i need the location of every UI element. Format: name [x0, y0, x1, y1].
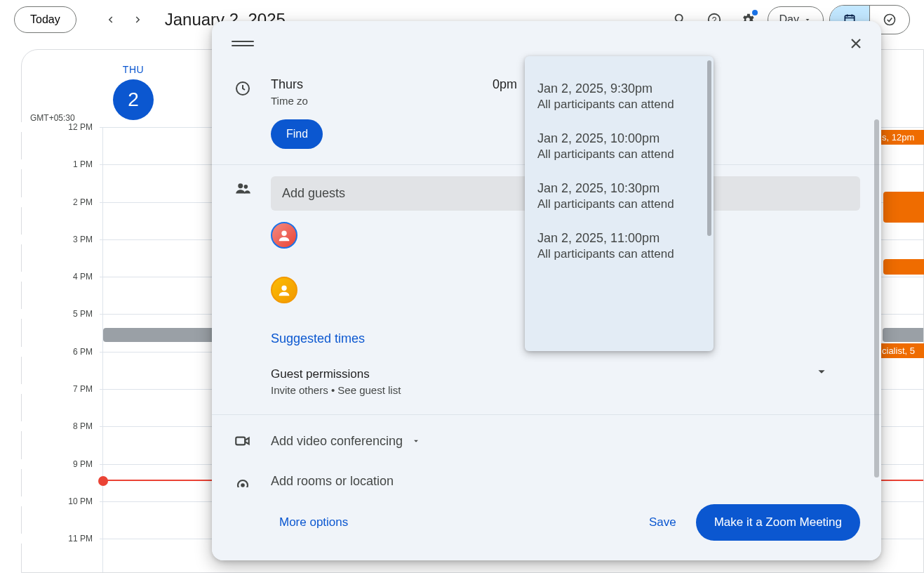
suggested-time-item[interactable]: Jan 2, 2025, 11:00pmAll participants can…: [525, 221, 714, 271]
nav-arrows: [96, 6, 152, 34]
tasks-icon: [883, 13, 897, 27]
guest-permissions-row[interactable]: Guest permissions Invite others • See gu…: [271, 346, 860, 396]
event-editor-modal: Thurs 0pm Time zo Find a time Add guests…: [212, 21, 881, 560]
prev-day-button[interactable]: [96, 6, 124, 34]
svg-rect-12: [236, 437, 245, 445]
suggested-time-sublabel: All participants can attend: [537, 147, 701, 162]
today-button[interactable]: Today: [14, 6, 76, 33]
video-icon-wrapper: [233, 432, 253, 450]
modal-top-bar: [212, 21, 881, 56]
event-block-orange-1[interactable]: s, 12pm: [878, 130, 924, 145]
svg-point-9: [244, 185, 248, 189]
video-section: Add video conferencing: [212, 415, 881, 467]
guest-permissions-title: Guest permissions: [271, 367, 401, 381]
time-label: 2 PM: [21, 197, 100, 207]
footer-right: Save Make it a Zoom Meeting: [649, 504, 860, 541]
next-day-button[interactable]: [124, 6, 152, 34]
find-time-button[interactable]: Find a time: [271, 119, 323, 149]
person-icon: [276, 282, 292, 298]
time-label: 3 PM: [21, 235, 100, 244]
time-label: 5 PM: [21, 309, 100, 319]
time-suffix: 0pm: [493, 77, 517, 91]
svg-point-10: [281, 231, 286, 236]
day-header: THU 2: [113, 64, 154, 120]
time-label: 11 PM: [21, 534, 100, 544]
chevron-down-icon: [814, 364, 829, 379]
now-indicator-dot: [98, 476, 108, 486]
guest-avatar-2[interactable]: [271, 277, 297, 303]
day-label: THU: [113, 64, 154, 75]
zoom-meeting-button[interactable]: Make it a Zoom Meeting: [696, 504, 860, 541]
suggested-time-sublabel: All participants can attend: [537, 98, 701, 112]
drag-handle[interactable]: [232, 41, 254, 46]
people-icon: [234, 179, 252, 197]
modal-footer: More options Save Make it a Zoom Meeting: [212, 487, 881, 560]
time-label: 8 PM: [21, 421, 100, 431]
time-label: 6 PM: [21, 347, 100, 357]
time-prefix: Thurs: [271, 77, 303, 91]
guest-avatar-1[interactable]: [271, 222, 297, 249]
svg-point-6: [885, 14, 895, 25]
person-icon: [276, 228, 292, 243]
suggested-time-item[interactable]: Jan 2, 2025, 10:30pmAll participants can…: [525, 171, 714, 221]
svg-point-11: [281, 286, 286, 291]
event-block-orange-4[interactable]: cialist, 5: [878, 343, 924, 358]
clock-icon-wrapper: [233, 77, 253, 97]
chevron-right-icon: [132, 13, 145, 26]
video-label: Add video conferencing: [271, 434, 403, 449]
time-label: 10 PM: [21, 496, 100, 506]
add-video-conferencing-button[interactable]: Add video conferencing: [271, 434, 421, 449]
time-label: 4 PM: [21, 272, 100, 282]
event-block-grey[interactable]: [103, 328, 215, 342]
suggested-time-item[interactable]: Jan 2, 2025, 10:00pmAll participants can…: [525, 121, 714, 171]
event-block-grey-right[interactable]: [883, 328, 923, 342]
suggested-time-sublabel: All participants can attend: [537, 247, 701, 261]
suggested-time-label: Jan 2, 2025, 10:30pm: [537, 181, 701, 196]
chevron-left-icon: [104, 13, 116, 26]
svg-point-8: [238, 183, 243, 188]
guests-icon-wrapper: [233, 176, 253, 197]
clock-icon: [234, 80, 251, 97]
suggested-time-label: Jan 2, 2025, 10:00pm: [537, 131, 701, 146]
time-label: 7 PM: [21, 384, 100, 394]
close-button[interactable]: [843, 31, 869, 56]
event-block-orange-2[interactable]: [883, 192, 924, 223]
time-label: 9 PM: [21, 459, 100, 469]
suggested-times-popup: Jan 2, 2025, 9:30pmAll participants can …: [525, 56, 714, 351]
event-block-orange-3[interactable]: [883, 259, 924, 275]
popup-scrollbar[interactable]: [707, 60, 711, 236]
guest-permissions-sub: Invite others • See guest list: [271, 384, 401, 396]
dropdown-arrow-icon: [411, 436, 421, 446]
save-button[interactable]: Save: [649, 515, 676, 529]
time-label: 12 PM: [21, 122, 100, 132]
suggested-time-item[interactable]: Jan 2, 2025, 9:30pmAll participants can …: [525, 72, 714, 121]
video-icon: [234, 432, 252, 450]
more-options-button[interactable]: More options: [279, 515, 348, 529]
suggested-time-label: Jan 2, 2025, 11:00pm: [537, 231, 701, 246]
add-location-button[interactable]: Add rooms or location: [271, 474, 860, 489]
modal-scrollbar[interactable]: [874, 119, 879, 477]
settings-notification-dot: [752, 10, 758, 15]
suggested-time-sublabel: All participants can attend: [537, 197, 701, 211]
timezone-label: GMT+05:30: [30, 113, 75, 123]
suggested-time-label: Jan 2, 2025, 9:30pm: [537, 81, 701, 96]
time-label: 1 PM: [21, 159, 100, 169]
close-icon: [848, 35, 864, 52]
day-number[interactable]: 2: [113, 79, 154, 120]
svg-point-14: [241, 483, 245, 487]
